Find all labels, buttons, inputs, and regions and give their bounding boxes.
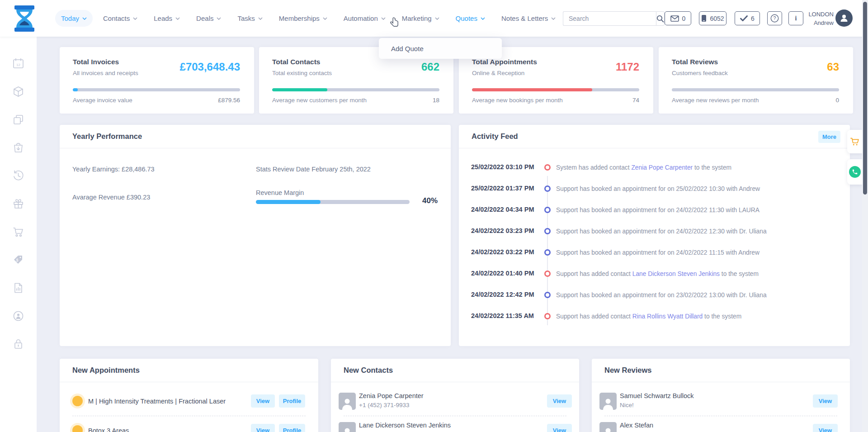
contact-name: Lane Dickerson Steven Jenkins <box>359 422 451 429</box>
calendar-icon[interactable]: 12 <box>12 57 24 70</box>
profile-button[interactable]: Profile <box>279 424 305 432</box>
mail-badge-button[interactable]: 0 <box>665 11 691 25</box>
account-icon[interactable] <box>12 310 24 322</box>
contact-row: Lane Dickerson Steven Jenkins View <box>331 416 579 432</box>
tasks-badge-button[interactable]: 6 <box>735 11 760 25</box>
chevron-down-icon <box>435 17 439 20</box>
activity-row: 24/02/2022 01:40 PM Support has added co… <box>459 263 850 285</box>
svg-text:12: 12 <box>16 63 20 67</box>
nav-notes-letters[interactable]: Notes & Letters <box>495 10 561 27</box>
view-button[interactable]: View <box>547 394 572 408</box>
stat-card-invoices: Total Invoices All invoices and receipts… <box>60 47 254 114</box>
contact-link[interactable]: Lane Dickerson Steven Jenkins <box>632 271 720 277</box>
view-button[interactable]: View <box>813 424 838 432</box>
view-button[interactable]: View <box>251 394 275 408</box>
history-icon[interactable] <box>12 170 24 182</box>
nav-automation[interactable]: Automation <box>338 10 392 27</box>
search-button[interactable] <box>656 11 665 26</box>
activity-dot <box>544 185 551 192</box>
stat-value: 662 <box>421 61 439 73</box>
panel-header: New Contacts <box>331 359 579 382</box>
review-note: Nice! <box>620 402 634 408</box>
chevron-down-icon <box>481 17 485 20</box>
view-button[interactable]: View <box>251 424 275 432</box>
phone-icon <box>701 14 707 22</box>
panel-title: New Appointments <box>72 366 140 375</box>
activity-rows: 25/02/2022 03:10 PM System has added con… <box>459 148 850 346</box>
global-search <box>563 11 658 26</box>
sms-badge-button[interactable]: 6052 <box>699 11 726 25</box>
stat-footer: Average new bookings per month 74 <box>472 97 639 104</box>
report-icon[interactable] <box>12 282 24 294</box>
nav-tasks[interactable]: Tasks <box>231 10 268 27</box>
chevron-down-icon <box>551 17 556 20</box>
package-icon[interactable] <box>12 85 24 98</box>
activity-row: 24/02/2022 11:35 AM Support has added co… <box>459 306 850 327</box>
revenue-margin-label: Revenue Margin <box>256 189 304 196</box>
panel-title: New Reviews <box>604 366 652 375</box>
panel-header: Yearly Performance <box>60 125 451 148</box>
nav-today-label: Today <box>61 14 79 22</box>
stat-subtitle: Online & Reception <box>472 70 524 76</box>
price-tag-icon[interactable]: $ <box>12 254 24 266</box>
more-button[interactable]: More <box>818 131 840 143</box>
mail-count: 0 <box>682 15 686 22</box>
contact-link[interactable]: Zenia Pope Carpenter <box>631 164 693 171</box>
stat-footer: Average new customers per month 18 <box>272 97 439 104</box>
chevron-down-icon <box>217 17 221 20</box>
revenue-margin-percent: 40% <box>422 196 438 205</box>
yearly-performance-panel: Yearly Performance Yearly Earnings: £28,… <box>60 125 451 346</box>
mail-icon <box>670 15 679 22</box>
info-button[interactable]: i <box>788 11 803 25</box>
view-button[interactable]: View <box>813 394 838 408</box>
gift-icon[interactable] <box>12 198 24 210</box>
call-widget-tab[interactable] <box>847 159 862 185</box>
nav-contacts[interactable]: Contacts <box>97 10 143 27</box>
main-nav: Today Contacts Leads Deals Tasks Members… <box>55 0 592 37</box>
reviewer-avatar <box>599 422 617 432</box>
copy-pages-icon[interactable] <box>12 114 24 126</box>
progress-track <box>472 88 639 91</box>
person-icon <box>601 396 615 410</box>
chevron-down-icon <box>258 17 263 20</box>
activity-dot <box>544 228 551 234</box>
quick-cart-tab[interactable] <box>847 130 862 153</box>
help-button[interactable]: ? <box>767 11 782 25</box>
stat-value: 1172 <box>616 61 639 73</box>
panel-title: New Contacts <box>344 366 393 375</box>
nav-deals[interactable]: Deals <box>190 10 227 27</box>
nav-quotes[interactable]: Quotes <box>450 10 491 27</box>
person-icon <box>839 13 849 23</box>
page-scrollbar[interactable] <box>862 0 868 432</box>
stat-footer: Average invoice value £879.56 <box>73 97 240 104</box>
contact-link[interactable]: Rina Rollins Wyatt Dillard <box>632 313 703 320</box>
stat-footer: Average new reviews per month 0 <box>672 97 839 104</box>
lock-icon[interactable] <box>12 338 24 350</box>
user-avatar[interactable] <box>835 9 853 27</box>
nav-today[interactable]: Today <box>55 10 93 27</box>
menu-item-add-quote[interactable]: Add Quote <box>391 45 424 52</box>
stat-subtitle: Customers feedback <box>672 70 728 76</box>
phone-call-icon <box>849 166 861 178</box>
contact-name: Zenia Pope Carpenter <box>359 392 424 399</box>
hourglass-logo-icon <box>12 5 37 33</box>
panel-title: Activity Feed <box>472 132 518 141</box>
search-input[interactable] <box>563 11 656 26</box>
scrollbar-thumb[interactable] <box>863 2 867 195</box>
app-logo[interactable] <box>12 5 37 33</box>
progress-fill <box>73 88 78 91</box>
nav-memberships[interactable]: Memberships <box>273 10 333 27</box>
stat-title: Total Appointments <box>472 58 537 66</box>
chevron-down-icon <box>381 17 386 20</box>
nav-marketing[interactable]: Marketing <box>396 10 445 27</box>
appointment-status-dot <box>72 396 83 406</box>
bag-icon[interactable] <box>12 142 24 154</box>
cart-icon[interactable] <box>12 226 24 238</box>
nav-leads[interactable]: Leads <box>148 10 186 27</box>
view-button[interactable]: View <box>547 424 572 432</box>
review-row: Alex Stefan View <box>592 416 850 432</box>
profile-button[interactable]: Profile <box>279 394 305 408</box>
progress-track <box>672 88 839 91</box>
new-contacts-panel: New Contacts Zenia Pope Carpenter +1 (45… <box>331 359 579 432</box>
tasks-count: 6 <box>751 15 755 22</box>
